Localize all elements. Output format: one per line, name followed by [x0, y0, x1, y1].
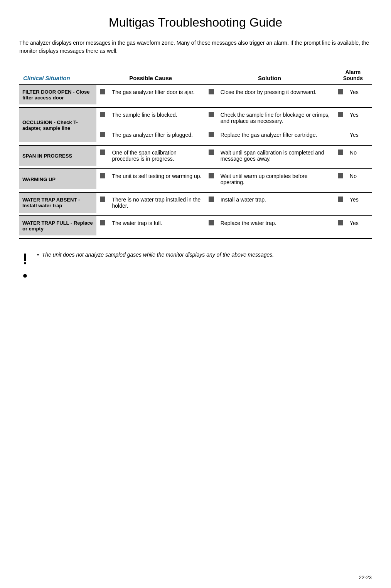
intro-text: The analyzer displays error messages in … — [19, 39, 372, 55]
cause-text: The unit is self testing or warming up. — [109, 169, 205, 189]
alarm-bullet — [334, 216, 347, 235]
alarm-bullet — [334, 169, 347, 189]
situation-cell: OCCLUSION - Check T-adapter, sample line — [19, 108, 96, 142]
alarm-bullet — [334, 85, 347, 104]
page-title: Multigas Troubleshooting Guide — [19, 15, 372, 30]
cause-bullet — [96, 85, 109, 104]
solution-bullet — [205, 216, 217, 235]
solution-text: Close the door by pressing it downward. — [217, 85, 334, 104]
solution-bullet — [205, 145, 217, 166]
solution-text: Replace the gas analyzer filter cartridg… — [217, 128, 334, 142]
cause-text: The water trap is full. — [109, 216, 205, 235]
solution-text: Wait until warm up completes before oper… — [217, 169, 334, 189]
cause-bullet — [96, 169, 109, 189]
alarm-value: Yes — [347, 108, 372, 128]
situation-cell: FILTER DOOR OPEN - Close filter access d… — [19, 85, 96, 104]
alarm-value: No — [347, 169, 372, 189]
cause-text: There is no water trap installed in the … — [109, 192, 205, 213]
note-section: ! ● • The unit does not analyze sampled … — [19, 250, 372, 281]
cause-text: The sample line is blocked. — [109, 108, 205, 128]
col-header-alarm: Alarm Sounds — [334, 66, 372, 85]
cause-bullet — [96, 128, 109, 142]
alarm-value: Yes — [347, 128, 372, 142]
col-header-situation: Clinical Situation — [19, 66, 96, 85]
situation-cell: WATER TRAP FULL - Replace or empty — [19, 216, 96, 235]
cause-text: The gas analyzer filter is plugged. — [109, 128, 205, 142]
cause-bullet — [96, 108, 109, 128]
solution-text: Check the sample line for blockage or cr… — [217, 108, 334, 128]
cause-bullet — [96, 192, 109, 213]
alarm-value: No — [347, 145, 372, 166]
alarm-bullet — [334, 128, 347, 142]
solution-bullet — [205, 108, 217, 128]
col-header-solution: Solution — [205, 66, 334, 85]
solution-text: Wait until span calibration is completed… — [217, 145, 334, 166]
troubleshooting-table: Clinical Situation Possible Cause Soluti… — [19, 66, 372, 239]
note-text: • The unit does not analyze sampled gase… — [37, 250, 274, 259]
situation-cell: WARMING UP — [19, 169, 96, 189]
cause-text: The gas analyzer filter door is ajar. — [109, 85, 205, 104]
solution-bullet — [205, 169, 217, 189]
alarm-bullet — [334, 145, 347, 166]
alarm-value: Yes — [347, 85, 372, 104]
situation-cell: WATER TRAP ABSENT - Install water trap — [19, 192, 96, 213]
cause-bullet — [96, 145, 109, 166]
alarm-value: Yes — [347, 192, 372, 213]
solution-text: Replace the water trap. — [217, 216, 334, 235]
caution-icon: ! ● — [19, 251, 31, 281]
solution-text: Install a water trap. — [217, 192, 334, 213]
cause-text: One of the span calibration procedures i… — [109, 145, 205, 166]
situation-cell: SPAN IN PROGRESS — [19, 145, 96, 166]
col-header-cause: Possible Cause — [96, 66, 205, 85]
solution-bullet — [205, 128, 217, 142]
alarm-value: Yes — [347, 216, 372, 235]
solution-bullet — [205, 85, 217, 104]
alarm-bullet — [334, 108, 347, 128]
page-number: 22-23 — [359, 575, 372, 580]
alarm-bullet — [334, 192, 347, 213]
solution-bullet — [205, 192, 217, 213]
cause-bullet — [96, 216, 109, 235]
